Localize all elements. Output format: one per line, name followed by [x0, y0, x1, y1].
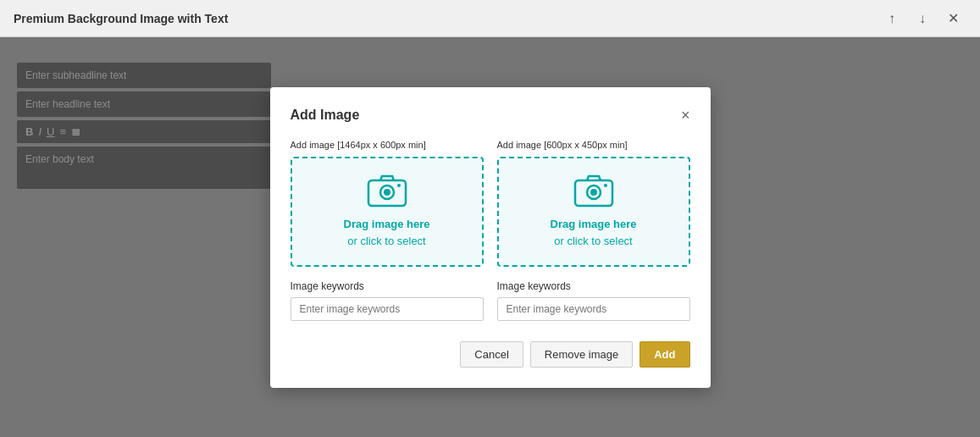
add-image-modal: Add Image × Add image [1464px x 600px mi… — [270, 87, 711, 388]
left-keywords-label: Image keywords — [291, 280, 484, 292]
left-drop-secondary: or click to select — [344, 233, 430, 250]
modal-title: Add Image — [291, 108, 360, 123]
cancel-button[interactable]: Cancel — [460, 341, 523, 368]
right-drop-primary: Drag image here — [551, 216, 637, 233]
left-drop-zone[interactable]: Drag image here or click to select — [291, 157, 484, 267]
svg-point-6 — [590, 189, 597, 196]
move-up-button[interactable]: ↑ — [878, 5, 905, 32]
content-area: Enter subheadline text Enter headline te… — [0, 37, 980, 437]
right-image-label: Add image [600px x 450px min] — [497, 140, 690, 150]
modal-close-button[interactable]: × — [681, 108, 690, 123]
right-keywords-section: Image keywords — [497, 280, 690, 321]
right-drop-secondary: or click to select — [551, 233, 637, 250]
camera-icon-left — [367, 174, 407, 207]
close-button[interactable]: ✕ — [939, 5, 966, 32]
left-image-section: Add image [1464px x 600px min] Drag imag… — [291, 140, 484, 267]
top-bar-actions: ↑ ↓ ✕ — [878, 5, 966, 32]
left-keywords-section: Image keywords — [291, 280, 484, 321]
left-image-label: Add image [1464px x 600px min] — [291, 140, 484, 150]
svg-point-3 — [397, 184, 401, 187]
remove-image-button[interactable]: Remove image — [530, 341, 633, 368]
left-keywords-input[interactable] — [291, 297, 484, 321]
move-down-button[interactable]: ↓ — [909, 5, 936, 32]
camera-icon-right — [573, 174, 614, 207]
svg-point-7 — [604, 184, 607, 187]
right-drop-zone-text: Drag image here or click to select — [551, 216, 637, 249]
modal-header: Add Image × — [291, 108, 690, 123]
page-title: Premium Background Image with Text — [14, 12, 228, 25]
add-button[interactable]: Add — [639, 341, 689, 368]
svg-point-2 — [384, 189, 390, 196]
right-keywords-label: Image keywords — [497, 280, 690, 292]
right-drop-zone[interactable]: Drag image here or click to select — [497, 157, 690, 267]
image-sections: Add image [1464px x 600px min] Drag imag… — [291, 140, 690, 267]
right-keywords-input[interactable] — [497, 297, 690, 321]
modal-overlay: Add Image × Add image [1464px x 600px mi… — [0, 37, 980, 437]
modal-footer: Cancel Remove image Add — [291, 341, 690, 368]
left-drop-primary: Drag image here — [344, 216, 430, 233]
keywords-sections: Image keywords Image keywords — [291, 280, 690, 321]
left-drop-zone-text: Drag image here or click to select — [344, 216, 430, 249]
top-bar: Premium Background Image with Text ↑ ↓ ✕ — [0, 0, 980, 37]
right-image-section: Add image [600px x 450px min] Drag image… — [497, 140, 690, 267]
